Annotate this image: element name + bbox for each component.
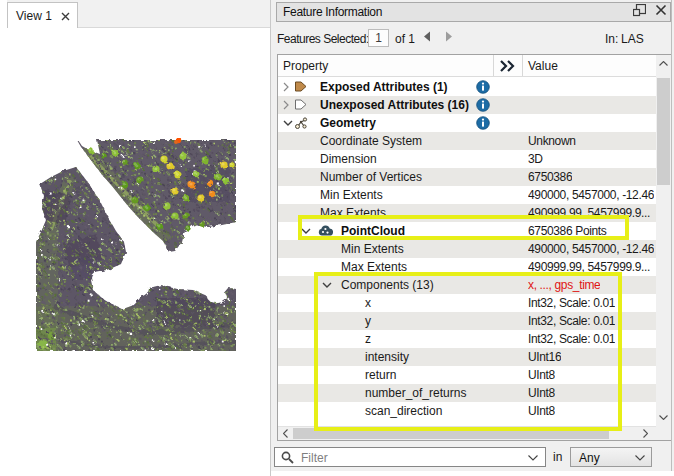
expand-icon[interactable] bbox=[283, 82, 289, 92]
feature-information-panel: Feature Information Features Selected: 1… bbox=[271, 0, 674, 476]
geometry-icon bbox=[294, 116, 308, 130]
table-row-min-extents[interactable]: Min Extents490000, 5457000, -12.46 bbox=[278, 186, 656, 204]
property-value: 490000, 5457000, -12.46 bbox=[528, 188, 654, 202]
in-label: In: bbox=[605, 32, 618, 46]
header-separator bbox=[522, 55, 523, 76]
scrollbar-corner bbox=[656, 426, 671, 440]
filter-placeholder: Filter bbox=[301, 451, 328, 465]
table-row-exposed-attributes-1-[interactable]: Exposed Attributes (1) bbox=[278, 78, 656, 96]
panel-title: Feature Information bbox=[277, 5, 382, 19]
table-row-min-extents[interactable]: Min Extents490000, 5457000, -12.46 bbox=[278, 240, 656, 258]
property-name: Exposed Attributes (1) bbox=[320, 80, 448, 94]
vertical-scrollbar-thumb[interactable] bbox=[657, 78, 670, 185]
view-pane: View 1 bbox=[0, 0, 270, 476]
next-feature-icon[interactable] bbox=[445, 31, 453, 42]
view-tabbar: View 1 bbox=[0, 0, 270, 28]
previous-feature-icon[interactable] bbox=[423, 31, 431, 42]
filter-scope-value: Any bbox=[579, 451, 600, 465]
scroll-up-icon[interactable] bbox=[656, 55, 671, 72]
table-row-unexposed-attributes-16-[interactable]: Unexposed Attributes (16) bbox=[278, 96, 656, 114]
expand-icon[interactable] bbox=[283, 100, 289, 110]
filter-scope-select[interactable]: Any bbox=[570, 447, 652, 467]
vertical-scrollbar[interactable] bbox=[656, 55, 671, 426]
filter-dropdown-icon[interactable] bbox=[528, 455, 538, 461]
tabbar-spacer bbox=[0, 0, 7, 28]
tab-view-1[interactable]: View 1 bbox=[7, 2, 78, 29]
property-value: 3D bbox=[528, 152, 543, 166]
features-of-label: of 1 bbox=[395, 32, 415, 46]
property-value: Unknown bbox=[528, 134, 576, 148]
table-row-number-of-vertices[interactable]: Number of Vertices6750386 bbox=[278, 168, 656, 186]
pointcloud-render bbox=[36, 138, 236, 351]
scope-dropdown-icon bbox=[635, 455, 645, 461]
collapse-icon[interactable] bbox=[283, 120, 293, 126]
scroll-left-icon[interactable] bbox=[278, 427, 293, 440]
features-selected-bar: Features Selected: 1 of 1 In: LAS bbox=[271, 22, 671, 54]
property-name: Number of Vertices bbox=[320, 170, 422, 184]
panel-titlebar[interactable]: Feature Information bbox=[276, 2, 671, 22]
highlight-box-pointcloud bbox=[298, 215, 629, 240]
bottom-strip bbox=[271, 471, 674, 476]
column-header-property[interactable]: Property bbox=[283, 59, 328, 73]
view-canvas[interactable] bbox=[0, 28, 270, 476]
table-row-coordinate-system[interactable]: Coordinate SystemUnknown bbox=[278, 132, 656, 150]
property-name: Dimension bbox=[320, 152, 377, 166]
table-row-geometry[interactable]: Geometry bbox=[278, 114, 656, 132]
format-value: LAS bbox=[621, 32, 644, 46]
info-icon[interactable] bbox=[476, 116, 490, 130]
property-value: 490000, 5457000, -12.46 bbox=[528, 242, 654, 256]
float-window-icon[interactable] bbox=[633, 4, 646, 17]
column-header-value[interactable]: Value bbox=[528, 59, 558, 73]
exposed-arrow-icon bbox=[294, 80, 307, 93]
property-name: Min Extents bbox=[320, 188, 383, 202]
highlight-box-components bbox=[314, 272, 622, 431]
info-icon[interactable] bbox=[476, 98, 490, 112]
table-header: Property Value bbox=[278, 55, 671, 77]
header-separator bbox=[493, 55, 494, 76]
tab-view-1-label: View 1 bbox=[16, 9, 52, 23]
double-chevron-right-icon[interactable] bbox=[500, 60, 516, 72]
application-window: View 1 Feature Information bbox=[0, 0, 674, 476]
property-name: Unexposed Attributes (16) bbox=[320, 98, 469, 112]
property-name: Geometry bbox=[320, 116, 376, 130]
scroll-right-icon[interactable] bbox=[638, 427, 653, 440]
filter-bar: Filter in Any bbox=[271, 441, 674, 471]
panel-right-border bbox=[671, 0, 672, 471]
unexposed-arrow-icon bbox=[294, 98, 307, 111]
scroll-down-icon[interactable] bbox=[656, 409, 671, 426]
filter-input[interactable]: Filter bbox=[274, 447, 546, 467]
table-row-dimension[interactable]: Dimension3D bbox=[278, 150, 656, 168]
tab-close-icon[interactable] bbox=[61, 12, 70, 21]
property-name: Min Extents bbox=[341, 242, 404, 256]
filter-in-label: in bbox=[553, 450, 562, 464]
feature-index-field[interactable]: 1 bbox=[368, 29, 389, 47]
property-value: 6750386 bbox=[528, 170, 572, 184]
property-name: Coordinate System bbox=[320, 134, 422, 148]
info-icon[interactable] bbox=[476, 80, 490, 94]
search-icon bbox=[281, 451, 294, 464]
panel-close-icon[interactable] bbox=[655, 4, 667, 16]
features-selected-label: Features Selected: bbox=[277, 32, 369, 46]
